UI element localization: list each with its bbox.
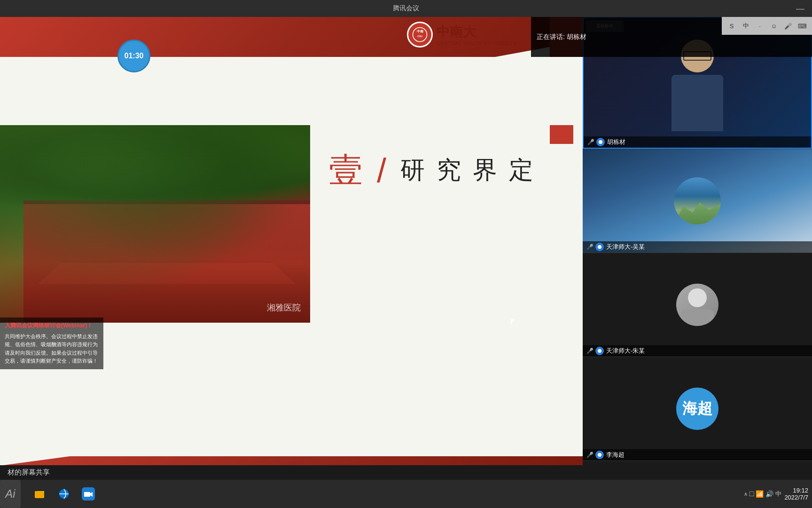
svg-point-6 bbox=[598, 453, 601, 457]
p3-body bbox=[681, 310, 714, 326]
ai-taskbar-button[interactable]: Ai bbox=[0, 480, 21, 508]
building-name-text: 湘雅医院 bbox=[267, 302, 301, 313]
speaker-label: 正在讲话: 胡栋材 bbox=[537, 33, 586, 41]
participants-sidebar: 高校标识 🎤 胡栋材 🎤 bbox=[583, 17, 812, 480]
participant-1-name: 胡栋材 bbox=[607, 138, 625, 146]
tray-icons[interactable]: ∧ □ 📶 🔊 中 bbox=[744, 490, 782, 498]
timer-value: 01:30 bbox=[125, 52, 144, 60]
participant-3-name-bar: 🎤 天津师大-朱某 bbox=[583, 345, 812, 357]
ime-s-icon[interactable]: S bbox=[726, 21, 737, 31]
p3-mic-icon: 🎤 bbox=[586, 348, 593, 354]
svg-point-5 bbox=[598, 349, 601, 353]
ime-keyboard-icon[interactable]: ⌨ bbox=[797, 21, 807, 31]
svg-point-3 bbox=[599, 140, 602, 144]
screen-share-text: 材的屏幕共享 bbox=[8, 468, 50, 476]
ime-mic-icon[interactable]: 🎤 bbox=[783, 21, 793, 31]
csu-english-name: CENTRAL SOUTH UNIVERSITY bbox=[437, 41, 517, 46]
title-bar: 腾讯会议 — bbox=[0, 0, 812, 17]
participant-3-name: 天津师大-朱某 bbox=[606, 347, 645, 355]
p2-avatar bbox=[674, 177, 721, 224]
p1-type-icon bbox=[596, 138, 605, 146]
participant-card-tianjin-zhu: 🎤 天津师大-朱某 bbox=[583, 253, 812, 357]
meeting-timer: 01:30 bbox=[117, 40, 150, 72]
p1-mic-icon: 🎤 bbox=[587, 139, 594, 145]
system-clock: 19:12 2022/7/7 bbox=[784, 487, 808, 501]
ai-label: Ai bbox=[5, 487, 15, 500]
photo-overlay bbox=[0, 125, 310, 323]
clock-time: 19:12 bbox=[784, 487, 808, 494]
participant-4-name-bar: 🎤 李海超 bbox=[583, 449, 812, 460]
ime-emoji-icon[interactable]: ☺ bbox=[769, 21, 779, 31]
participant-3-video: 🎤 天津师大-朱某 bbox=[583, 253, 812, 357]
participant-card-lihaichao: 海超 🎤 李海超 bbox=[583, 357, 812, 461]
svg-rect-11 bbox=[35, 491, 44, 498]
participant-2-video: 🎤 天津师大-吴某 bbox=[583, 149, 812, 253]
minimize-button[interactable]: — bbox=[796, 4, 804, 14]
p2-type-icon bbox=[595, 243, 604, 251]
svg-text:中南: 中南 bbox=[417, 29, 423, 33]
webinar-content: 共同维护大会秩序。会议过程中禁止发违规、低俗色情、吸烟酗酒等内容违规行为请及时向… bbox=[5, 333, 99, 365]
section-content-area: 壹 / 研 究 界 定 bbox=[329, 153, 545, 187]
p4-mic-icon: 🎤 bbox=[586, 452, 593, 458]
system-tray: ∧ □ 📶 🔊 中 19:12 2022/7/7 bbox=[744, 487, 808, 501]
file-explorer-button[interactable] bbox=[28, 483, 51, 505]
browser-button[interactable] bbox=[53, 483, 75, 505]
participant-card-tianjin-wu: 🎤 天津师大-吴某 bbox=[583, 149, 812, 253]
main-presentation-area: 中南 CSU 中南大 CENTRAL SOUTH UNIVERSITY 湘雅医院… bbox=[0, 17, 583, 480]
p4-avatar-text: 海超 bbox=[682, 398, 712, 419]
red-accent-mid-right bbox=[550, 125, 573, 144]
p3-head bbox=[688, 288, 707, 307]
p3-avatar bbox=[676, 284, 718, 326]
participant-4-video: 海超 🎤 李海超 bbox=[583, 357, 812, 460]
ime-lang-icon[interactable]: 中 bbox=[741, 21, 751, 31]
section-slash: / bbox=[377, 153, 386, 187]
university-photo: 湘雅医院 bbox=[0, 125, 310, 323]
tray-task-icon[interactable]: □ bbox=[750, 490, 754, 498]
p4-type-icon bbox=[595, 451, 604, 459]
participant-2-name: 天津师大-吴某 bbox=[606, 243, 645, 251]
ime-toolbar[interactable]: S 中 · ☺ 🎤 ⌨ bbox=[722, 17, 812, 35]
csu-logo-text-stack: 中南大 CENTRAL SOUTH UNIVERSITY bbox=[437, 23, 517, 46]
p2-mic-icon: 🎤 bbox=[586, 244, 593, 250]
presentation-slide: 中南 CSU 中南大 CENTRAL SOUTH UNIVERSITY 湘雅医院… bbox=[0, 17, 583, 480]
csu-logo-circle: 中南 CSU bbox=[407, 22, 433, 48]
section-title: 研 究 界 定 bbox=[400, 154, 536, 187]
svg-point-4 bbox=[598, 245, 601, 249]
webinar-warning-overlay: 入腾讯会议网络研讨会(Webinar)！ 共同维护大会秩序。会议过程中禁止发违规… bbox=[0, 318, 103, 369]
tray-network-icon[interactable]: 📶 bbox=[756, 490, 764, 498]
clock-date: 2022/7/7 bbox=[784, 494, 808, 501]
participant-2-name-bar: 🎤 天津师大-吴某 bbox=[583, 241, 812, 253]
p2-mountain bbox=[674, 198, 721, 224]
tencent-meeting-button[interactable] bbox=[77, 483, 100, 505]
p3-type-icon bbox=[595, 347, 604, 355]
tray-expand-icon[interactable]: ∧ bbox=[744, 491, 748, 497]
tray-lang-icon[interactable]: 中 bbox=[775, 490, 781, 498]
p1-body bbox=[671, 75, 723, 131]
participant-4-name: 李海超 bbox=[606, 451, 625, 459]
window-title: 腾讯会议 bbox=[393, 4, 419, 13]
tray-volume-icon[interactable]: 🔊 bbox=[765, 490, 773, 498]
screen-share-label: 材的屏幕共享 bbox=[0, 465, 583, 480]
svg-text:CSU: CSU bbox=[417, 35, 422, 38]
section-number: 壹 bbox=[329, 153, 363, 187]
webinar-title: 入腾讯会议网络研讨会(Webinar)！ bbox=[5, 321, 99, 330]
csu-logo-area: 中南 CSU 中南大 CENTRAL SOUTH UNIVERSITY bbox=[407, 22, 517, 48]
csu-chinese-name: 中南大 bbox=[437, 23, 517, 41]
participant-1-name-bar: 🎤 胡栋材 bbox=[584, 136, 811, 148]
ime-dot-icon[interactable]: · bbox=[755, 21, 765, 31]
p4-avatar: 海超 bbox=[676, 388, 718, 430]
taskbar: Ai ∧ □ bbox=[0, 480, 812, 508]
